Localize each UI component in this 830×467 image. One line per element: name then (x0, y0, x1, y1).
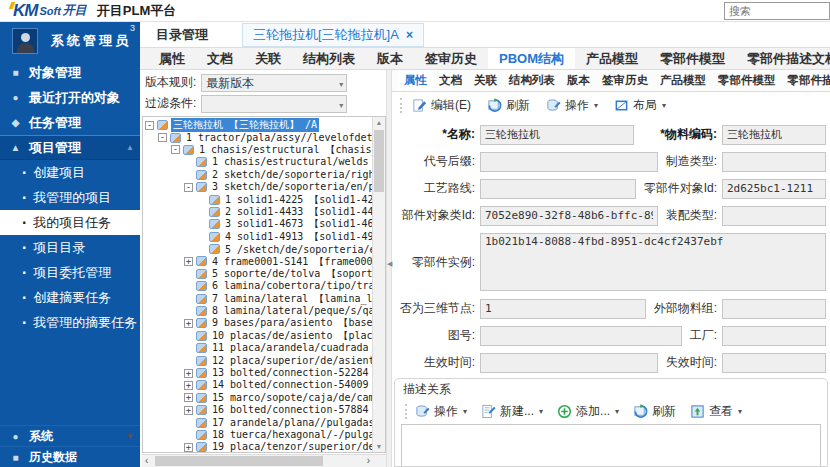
sidebar-subitem[interactable]: 我的项目任务 (0, 210, 140, 235)
tree-node[interactable]: 12 placa/superior/de/asiento 【placa_ (143, 354, 372, 366)
name-field[interactable] (480, 125, 634, 145)
main-tab[interactable]: 文档 (196, 48, 244, 69)
expire-time-field[interactable] (722, 353, 826, 373)
main-tab[interactable]: 签审历史 (414, 48, 488, 69)
main-tab[interactable]: 属性 (148, 48, 196, 69)
tree-node[interactable]: + 14 bolted/connection-54009 【bolted_c (143, 379, 372, 391)
new-button[interactable]: 新建... (481, 403, 543, 420)
catalog-management-label[interactable]: 目录管理 (156, 26, 208, 44)
add-button[interactable]: 添加... (557, 403, 619, 420)
tree-node[interactable]: 6 lamina/cobertora/tipo/trapecio 【la (143, 280, 372, 292)
tree-node[interactable]: 10 placas/de/asiento 【placas_de_asie (143, 330, 372, 342)
code-suffix-field[interactable] (480, 152, 658, 172)
property-tab[interactable]: 签审历史 (596, 70, 654, 91)
desc-refresh-button[interactable]: 刷新 (633, 403, 676, 420)
tree-node[interactable]: 3 solid1-4673 【solid1-4673】个 /A: (143, 218, 372, 230)
part-object-id-field[interactable] (722, 179, 826, 199)
tree-node[interactable]: 1 chasis/estructural/welds 【chasis_e (143, 156, 372, 168)
property-tab[interactable]: 版本 (561, 70, 596, 91)
tree-node[interactable]: 11 placa/arandela/cuadrada 【placa_ar (143, 342, 372, 354)
desc-operate-button[interactable]: 操作 (415, 403, 467, 420)
tree-node[interactable]: 18 tuerca/hexagonal/-/pulgad-53161 【 (143, 429, 372, 441)
sidebar-subitem[interactable]: 项目目录 (0, 235, 140, 260)
property-tab[interactable]: 产品模型 (654, 70, 712, 91)
is-3d-node-field[interactable] (480, 299, 646, 319)
main-tab[interactable]: 版本 (366, 48, 414, 69)
tree-expander-icon[interactable]: - (171, 145, 180, 154)
tree-expander-icon[interactable]: + (184, 443, 193, 452)
tree-node[interactable]: - 3 sketch/de/soporteria/en/planta 【sk (143, 181, 372, 193)
tree-expander-icon[interactable]: - (158, 133, 167, 142)
tree-node[interactable]: - 1 chasis/estructural 【chasis_estructur (143, 144, 372, 156)
tree-node[interactable]: 2 sketch/de/soporteria/right/side 【s (143, 169, 372, 181)
tree-node[interactable]: 17 arandela/plana//pulgadas/-57929 【 (143, 416, 372, 428)
property-tab[interactable]: 零部件描述文档 (782, 70, 830, 91)
tree-expander-icon[interactable]: + (184, 319, 193, 328)
tree-node[interactable]: + 19 placa/tenzor/superior/de/volant 【 (143, 441, 372, 452)
external-material-group-field[interactable] (722, 299, 826, 319)
tree-expander-icon[interactable]: + (184, 369, 193, 378)
search-input[interactable] (724, 2, 830, 20)
main-tab[interactable]: PBOM结构 (488, 48, 575, 69)
tree-horizontal-scrollbar[interactable] (142, 454, 386, 467)
scroll-up-icon[interactable] (373, 119, 385, 126)
sidebar-subitem[interactable]: 创建项目 (0, 160, 140, 185)
main-tab[interactable]: 结构列表 (292, 48, 366, 69)
factory-field[interactable] (722, 326, 826, 346)
tree-node[interactable]: 5 soporte/de/tolva 【soporte_de_tolva (143, 268, 372, 280)
tree-node[interactable]: 8 lamina/lateral/peque/s/qa 【lamina_ (143, 305, 372, 317)
drawing-no-field[interactable] (480, 326, 682, 346)
filter-select[interactable]: ▾ (201, 95, 347, 113)
sidebar-item-projects[interactable]: ▲ 项目管理 ▲ (0, 135, 140, 160)
tree-expander-icon[interactable]: + (184, 393, 193, 402)
tree-node[interactable]: + 9 bases/para/asiento 【bases_para_asi (143, 317, 372, 329)
property-tab[interactable]: 结构列表 (503, 70, 561, 91)
collapse-pane-icon[interactable] (387, 260, 392, 268)
sidebar-item-system[interactable]: ● 系统 ▼ (0, 425, 140, 446)
tree-node[interactable]: 7 lamina/lateral 【lamina_lateral】个 (143, 292, 372, 304)
property-tab[interactable]: 关联 (468, 70, 503, 91)
sidebar-subitem[interactable]: 创建摘要任务 (0, 285, 140, 310)
tree-node[interactable]: 2 solid1-4433 【solid1-4433】个 /A: (143, 206, 372, 218)
version-rule-select[interactable]: 最新版本 ▾ (201, 74, 347, 92)
manufacture-type-field[interactable] (722, 152, 826, 172)
tree-node[interactable]: + 16 bolted/connection-57884 【bolted_c (143, 404, 372, 416)
tree-node[interactable]: + 4 frame0001-S141 【frame0001-S141】个 (143, 255, 372, 267)
tree-vertical-scrollbar[interactable] (372, 117, 385, 452)
tree-node[interactable]: - 1 tractor/pala/assy//levelofdetai 【tra… (143, 131, 372, 143)
tree-node[interactable]: 5 /sketch/de/soporteria/en/planta (143, 243, 372, 255)
property-tab[interactable]: 文档 (433, 70, 468, 91)
scroll-right-icon[interactable] (367, 455, 370, 467)
tree-node[interactable]: 4 solid1-4913 【solid1-4913】个 /A: (143, 231, 372, 243)
tree-expander-icon[interactable]: - (145, 121, 154, 130)
expand-caret-icon[interactable]: ▼ (126, 432, 134, 441)
tree-node[interactable]: + 13 bolted/connection-52284 【bolted_c (143, 367, 372, 379)
property-tab[interactable]: 零部件模型 (712, 70, 782, 91)
tree-node[interactable]: - 三轮拖拉机 【三轮拖拉机】 /A (143, 119, 372, 131)
view-button[interactable]: 查看 (690, 403, 742, 420)
part-class-id-field[interactable] (480, 206, 658, 226)
tree-expander-icon[interactable]: + (184, 406, 193, 415)
main-tab[interactable]: 关联 (244, 48, 292, 69)
scrollbar-thumb[interactable] (374, 130, 384, 192)
assembly-type-field[interactable] (722, 206, 826, 226)
sidebar-item-history[interactable]: ■ 历史数据 (0, 446, 140, 467)
description-relation-list[interactable] (401, 424, 821, 467)
tree-node[interactable]: + 15 marco/sopote/caja/de/cambios 【mar (143, 392, 372, 404)
property-tab[interactable]: 属性 (398, 70, 433, 91)
tree-expander-icon[interactable]: + (184, 257, 193, 266)
tree-expander-icon[interactable]: + (184, 381, 193, 390)
refresh-button[interactable]: 刷新 (487, 97, 530, 114)
main-tab[interactable]: 零部件模型 (649, 48, 736, 69)
toolbar-grip[interactable] (400, 98, 402, 113)
edit-button[interactable]: 编辑(E) (412, 97, 471, 114)
sidebar-subitem[interactable]: 我管理的项目 (0, 185, 140, 210)
sidebar-item-tasks[interactable]: ◆ 任务管理 (0, 110, 140, 135)
toolbar-grip[interactable] (405, 404, 407, 419)
scroll-left-icon[interactable] (145, 455, 148, 467)
operate-button[interactable]: 操作 (546, 97, 598, 114)
tree-expander-icon[interactable]: - (184, 183, 193, 192)
user-panel[interactable]: 系统管理员 (0, 22, 140, 60)
scrollbar-thumb[interactable] (155, 456, 323, 466)
part-instance-field[interactable]: 1b021b14-8088-4fbd-8951-dc4cf2437ebf (480, 233, 826, 291)
